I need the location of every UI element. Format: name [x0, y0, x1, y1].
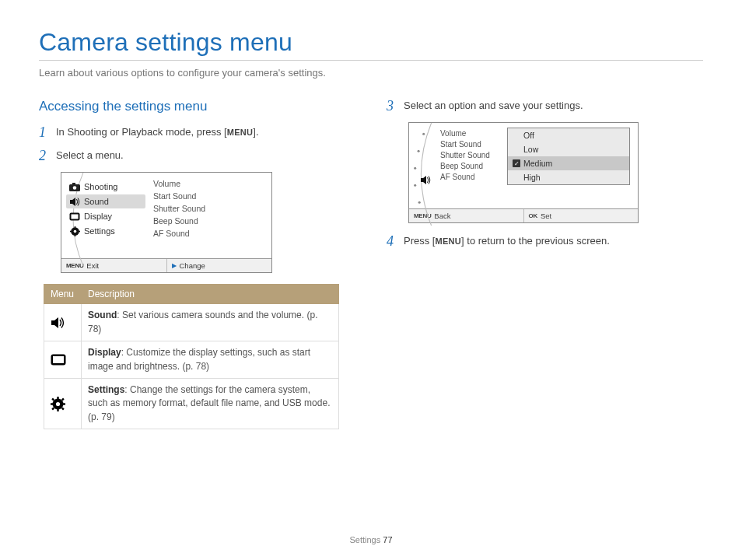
step-text-b: ]. [253, 126, 258, 138]
check-icon: ✓ [513, 159, 520, 167]
footer-page-number: 77 [383, 535, 392, 544]
svg-rect-15 [57, 409, 58, 411]
submenu-item: Beep Sound [153, 216, 267, 226]
menu-key-icon: MENU [414, 212, 431, 219]
step-text: Select a menu. [56, 149, 124, 163]
step-1: 1 In Shooting or Playback mode, press [M… [39, 125, 355, 139]
submenu-item: Start Sound [440, 140, 490, 149]
footer-back: MENU Back [409, 209, 523, 222]
table-row: Display: Customize the display settings,… [44, 341, 339, 379]
step-number: 4 [387, 234, 397, 248]
menu-item-label: Settings [84, 226, 115, 236]
svg-rect-8 [74, 235, 75, 236]
option-high: High [508, 170, 629, 184]
right-column: 3 Select an option and save your setting… [387, 99, 703, 429]
step-text-a: In Shooting or Playback mode, press [ [56, 126, 227, 138]
step-text-a: Press [ [404, 235, 435, 247]
speaker-icon [420, 157, 431, 202]
description-table: Menu Description Sound: Set various came… [44, 284, 339, 429]
step-number: 1 [39, 125, 50, 139]
svg-rect-16 [51, 403, 53, 404]
submenu-item: Start Sound [153, 191, 267, 201]
svg-rect-14 [57, 397, 58, 399]
submenu-item: Volume [440, 129, 490, 138]
menu-item-label: Display [84, 212, 112, 221]
svg-point-22 [56, 401, 60, 405]
submenu-item: Volume [153, 179, 267, 188]
svg-rect-4 [72, 214, 79, 219]
table-cell: Display: Customize the display settings,… [82, 341, 339, 379]
step-text-b: ] to return to the previous screen. [461, 235, 610, 247]
svg-rect-17 [63, 403, 65, 404]
gear-icon [44, 378, 82, 429]
gear-icon [69, 226, 80, 236]
footer-set: OK Set [523, 209, 639, 222]
svg-rect-12 [53, 356, 64, 363]
step-text: In Shooting or Playback mode, press [MEN… [56, 125, 259, 139]
footer-change: ▶ Change [166, 259, 272, 272]
table-header-description: Description [82, 285, 339, 304]
display-icon [69, 212, 80, 221]
page-subtitle: Learn about various options to configure… [39, 67, 703, 79]
step-2: 2 Select a menu. [39, 149, 355, 163]
svg-rect-7 [74, 226, 75, 228]
svg-point-6 [73, 230, 76, 233]
menu-button-label: MENU [227, 128, 254, 137]
menu-key-icon: MENU [66, 262, 83, 269]
menu-item-settings: Settings [66, 224, 145, 238]
option-label: Off [523, 131, 534, 140]
page-title: Camera settings menu [39, 28, 703, 57]
submenu-item: Beep Sound [440, 162, 490, 170]
ok-key-icon: OK [529, 212, 537, 219]
camera-icon [69, 182, 80, 191]
menu-item-label: Sound [84, 197, 109, 206]
row-desc: : Set various camera sounds and the volu… [88, 310, 317, 334]
table-cell: Settings: Change the settings for the ca… [82, 378, 339, 429]
footer-section: Settings [349, 535, 380, 544]
table-cell: Sound: Set various camera sounds and the… [82, 304, 339, 341]
speaker-icon [44, 304, 82, 341]
step-number: 3 [387, 99, 397, 113]
footer-exit: MENU Exit [61, 259, 166, 272]
page-footer: Settings 77 [0, 535, 742, 544]
camera-screen-menu: Shooting Sound Display [61, 172, 272, 273]
svg-point-2 [73, 186, 77, 190]
footer-label: Change [180, 261, 205, 270]
table-header-menu: Menu [44, 285, 82, 304]
submenu-item: Shutter Sound [440, 151, 490, 159]
menu-item-display: Display [66, 209, 145, 223]
row-title: Display [88, 347, 121, 358]
option-label: High [523, 173, 541, 182]
footer-label: Back [434, 212, 450, 220]
svg-rect-1 [72, 183, 75, 185]
option-off: Off [508, 128, 629, 142]
row-title: Sound [88, 310, 117, 320]
step-text: Select an option and save your settings. [404, 99, 583, 113]
display-icon [44, 341, 82, 379]
menu-item-sound: Sound [66, 194, 145, 208]
svg-rect-10 [78, 231, 79, 233]
speaker-icon [69, 197, 80, 206]
submenu-item: Shutter Sound [153, 204, 267, 213]
title-divider [39, 60, 703, 61]
step-3: 3 Select an option and save your setting… [387, 99, 703, 113]
option-label: Medium [523, 159, 552, 168]
option-low: Low [508, 142, 629, 156]
menu-item-shooting: Shooting [66, 180, 145, 194]
step-number: 2 [39, 149, 50, 163]
triangle-right-icon: ▶ [172, 262, 177, 269]
svg-rect-9 [70, 231, 72, 233]
camera-screen-options: Volume Start Sound Shutter Sound Beep So… [408, 122, 639, 223]
step-text: Press [MENU] to return to the previous s… [404, 234, 610, 248]
menu-button-label: MENU [435, 236, 461, 246]
submenu-item: AF Sound [153, 229, 267, 238]
table-row: Settings: Change the settings for the ca… [44, 378, 339, 429]
footer-label: Set [541, 212, 551, 220]
submenu-item: AF Sound [440, 173, 490, 181]
option-list: Off Low ✓Medium High [507, 128, 630, 185]
step-4: 4 Press [MENU] to return to the previous… [387, 234, 703, 248]
row-desc: : Customize the display settings, such a… [88, 347, 310, 371]
menu-item-label: Shooting [84, 182, 117, 191]
row-title: Settings [88, 384, 124, 395]
option-label: Low [523, 145, 538, 154]
